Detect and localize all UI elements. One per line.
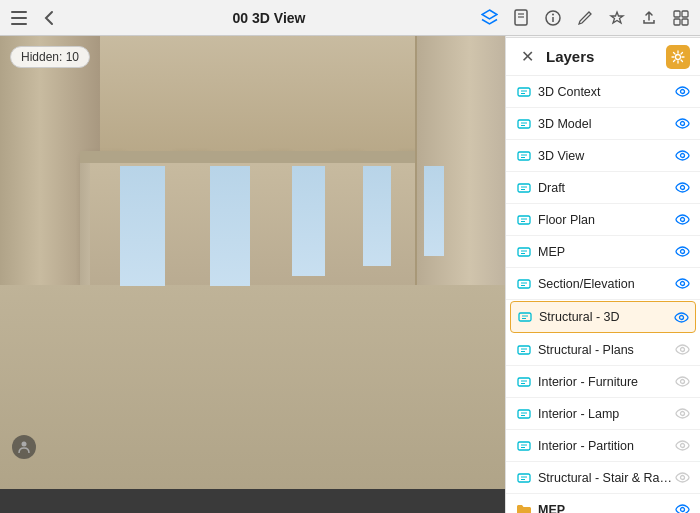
svg-point-56	[679, 315, 683, 319]
svg-rect-0	[11, 11, 27, 13]
folder-icon	[516, 502, 532, 514]
back-icon[interactable]	[40, 9, 58, 27]
visibility-icon-structural-stair[interactable]	[674, 470, 690, 486]
top-bar: 00 3D View	[0, 0, 700, 36]
layer-label-draft: Draft	[538, 181, 674, 195]
svg-point-32	[680, 122, 684, 126]
layer-icon	[516, 374, 532, 390]
svg-point-8	[552, 13, 554, 15]
layer-icon	[516, 212, 532, 228]
visibility-icon-interior-furniture[interactable]	[674, 374, 690, 390]
visibility-icon-interior-lamp[interactable]	[674, 406, 690, 422]
svg-rect-69	[518, 442, 530, 450]
layer-icon	[516, 438, 532, 454]
layer-item-draft[interactable]: Draft	[506, 172, 700, 204]
layers-tab-icon[interactable]	[480, 9, 498, 27]
svg-rect-33	[518, 152, 530, 160]
layer-icon	[516, 276, 532, 292]
svg-rect-61	[518, 378, 530, 386]
visibility-icon-3d-context[interactable]	[674, 84, 690, 100]
svg-point-77	[680, 508, 684, 512]
layer-item-interior-furniture[interactable]: Interior - Furniture	[506, 366, 700, 398]
layer-item-mep-group[interactable]: MEP	[506, 494, 700, 513]
layer-icon	[516, 148, 532, 164]
visibility-icon-structural-plans[interactable]	[674, 342, 690, 358]
svg-rect-10	[682, 11, 688, 17]
layer-icon	[516, 84, 532, 100]
layer-label-structural-3d: Structural - 3D	[539, 310, 673, 324]
layer-icon	[516, 116, 532, 132]
layer-label-interior-furniture: Interior - Furniture	[538, 375, 674, 389]
svg-point-48	[680, 250, 684, 254]
svg-point-24	[676, 54, 681, 59]
layer-item-section-elevation[interactable]: Section/Elevation	[506, 268, 700, 300]
svg-point-76	[680, 476, 684, 480]
visibility-icon-floor-plan[interactable]	[674, 212, 690, 228]
layer-label-structural-plans: Structural - Plans	[538, 343, 674, 357]
layer-label-section-elevation: Section/Elevation	[538, 277, 674, 291]
layer-label-floor-plan: Floor Plan	[538, 213, 674, 227]
svg-point-40	[680, 186, 684, 190]
svg-rect-45	[518, 248, 530, 256]
visibility-icon-structural-3d[interactable]	[673, 309, 689, 325]
info-icon[interactable]	[544, 9, 562, 27]
layer-item-structural-plans[interactable]: Structural - Plans	[506, 334, 700, 366]
viewport: Hidden: 10	[0, 36, 505, 489]
layer-label-interior-partition: Interior - Partition	[538, 439, 674, 453]
layer-label-3d-view: 3D View	[538, 149, 674, 163]
layer-label-3d-model: 3D Model	[538, 117, 674, 131]
layer-label-mep-group: MEP	[538, 503, 674, 514]
layer-item-structural-stair[interactable]: Structural - Stair & Railing	[506, 462, 700, 494]
layer-label-interior-lamp: Interior - Lamp	[538, 407, 674, 421]
hidden-badge: Hidden: 10	[10, 46, 90, 68]
layer-item-mep[interactable]: MEP	[506, 236, 700, 268]
layer-icon	[516, 342, 532, 358]
star-icon[interactable]	[608, 9, 626, 27]
layers-panel-title: Layers	[546, 48, 594, 65]
svg-rect-49	[518, 280, 530, 288]
svg-point-13	[22, 442, 27, 447]
svg-point-64	[680, 380, 684, 384]
book-icon[interactable]	[512, 9, 530, 27]
visibility-icon-3d-view[interactable]	[674, 148, 690, 164]
hamburger-icon[interactable]	[10, 9, 28, 27]
svg-rect-37	[518, 184, 530, 192]
close-layers-button[interactable]: ✕	[516, 46, 538, 68]
visibility-icon-interior-partition[interactable]	[674, 438, 690, 454]
layer-label-3d-context: 3D Context	[538, 85, 674, 99]
grid-icon[interactable]	[672, 9, 690, 27]
svg-point-28	[680, 90, 684, 94]
layer-item-3d-model[interactable]: 3D Model	[506, 108, 700, 140]
layer-icon	[517, 309, 533, 325]
svg-rect-11	[674, 19, 680, 25]
export-icon[interactable]	[640, 9, 658, 27]
visibility-icon-mep[interactable]	[674, 244, 690, 260]
top-right-icons	[480, 9, 690, 27]
svg-rect-2	[11, 23, 27, 25]
visibility-icon-mep-group[interactable]	[674, 502, 690, 514]
visibility-icon-section-elevation[interactable]	[674, 276, 690, 292]
pen-icon[interactable]	[576, 9, 594, 27]
layer-item-floor-plan[interactable]: Floor Plan	[506, 204, 700, 236]
person-icon[interactable]	[12, 435, 36, 459]
layer-icon	[516, 180, 532, 196]
visibility-icon-3d-model[interactable]	[674, 116, 690, 132]
svg-rect-29	[518, 120, 530, 128]
layer-item-3d-view[interactable]: 3D View	[506, 140, 700, 172]
layer-item-3d-context[interactable]: 3D Context	[506, 76, 700, 108]
svg-point-36	[680, 154, 684, 158]
visibility-icon-draft[interactable]	[674, 180, 690, 196]
svg-rect-41	[518, 216, 530, 224]
svg-rect-9	[674, 11, 680, 17]
layers-header-left: ✕ Layers	[516, 46, 594, 68]
page-title: 00 3D View	[233, 10, 306, 26]
svg-rect-12	[682, 19, 688, 25]
svg-rect-53	[519, 313, 531, 321]
layer-label-mep: MEP	[538, 245, 674, 259]
svg-rect-1	[11, 17, 27, 19]
layer-item-interior-lamp[interactable]: Interior - Lamp	[506, 398, 700, 430]
layers-settings-button[interactable]	[666, 45, 690, 69]
layer-item-structural-3d[interactable]: Structural - 3D	[510, 301, 696, 333]
svg-point-68	[680, 412, 684, 416]
layer-item-interior-partition[interactable]: Interior - Partition	[506, 430, 700, 462]
